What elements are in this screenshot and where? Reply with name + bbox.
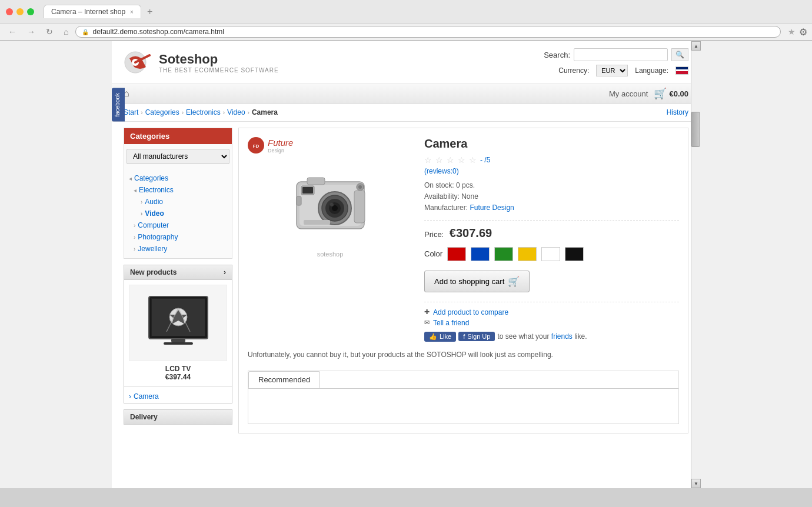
star-1: ☆	[424, 155, 432, 165]
fb-f-icon: f	[463, 333, 465, 340]
search-input[interactable]	[574, 48, 668, 61]
category-item-electronics[interactable]: ◂ Electronics	[124, 184, 232, 196]
page-wrapper: facebook Soteshop THE BEST ECOMMERCE SOF…	[0, 41, 812, 488]
breadcrumb-current: Camera	[252, 108, 278, 116]
breadcrumb-sep-2: ›	[182, 109, 184, 116]
color-swatch-black[interactable]	[565, 247, 584, 261]
category-item-jewellery[interactable]: › Jewellery	[124, 243, 232, 255]
cat-link-categories[interactable]: Categories	[134, 174, 168, 182]
category-item-computer[interactable]: › Computer	[124, 219, 232, 231]
product-notice: Unfortunately, you cannot buy it, but yo…	[248, 342, 679, 365]
color-swatch-red[interactable]	[447, 247, 466, 261]
breadcrumb-sep-3: ›	[223, 109, 225, 116]
add-compare-link[interactable]: ✚ Add product to compare	[424, 308, 679, 316]
cat-link-computer[interactable]: Computer	[138, 221, 169, 229]
color-swatch-white[interactable]	[541, 247, 560, 261]
breadcrumb-electronics[interactable]: Electronics	[186, 108, 221, 116]
category-item-video[interactable]: › Video	[124, 208, 232, 219]
currency-select[interactable]: EUR	[596, 65, 628, 76]
camera-image	[277, 159, 383, 248]
add-to-cart-button[interactable]: Add to shopping cart 🛒	[424, 271, 530, 292]
color-row: Color	[424, 247, 679, 261]
recommended-tab[interactable]: Recommended	[248, 371, 320, 388]
history-link[interactable]: History	[667, 108, 688, 116]
star-3: ☆	[447, 155, 454, 165]
arrow-icon: ›	[141, 199, 142, 205]
settings-icon[interactable]: ⚙	[799, 26, 807, 38]
close-dot[interactable]	[6, 8, 13, 15]
svg-rect-10	[164, 342, 193, 345]
scrollbar-thumb[interactable]	[691, 112, 700, 147]
social-text: to see what your friends like.	[497, 332, 587, 341]
search-button[interactable]: 🔍	[671, 48, 688, 61]
site-name: Soteshop	[159, 52, 279, 67]
stock-info: On stock: 0 pcs.	[424, 180, 679, 191]
logo-area: Soteshop THE BEST ECOMMERCE SOFTWARE	[124, 49, 279, 76]
category-item-audio[interactable]: › Audio	[124, 196, 232, 208]
page-content: facebook Soteshop THE BEST ECOMMERCE SOF…	[112, 41, 700, 488]
tell-friend-link[interactable]: ✉ Tell a friend	[424, 319, 679, 327]
breadcrumb-start[interactable]: Start	[124, 108, 138, 116]
category-item-photography[interactable]: › Photography	[124, 231, 232, 243]
arrow-icon: ›	[134, 246, 135, 252]
forward-button[interactable]: →	[24, 26, 39, 38]
category-item-categories[interactable]: ◂ Categories	[124, 172, 232, 184]
cat-link-video[interactable]: Video	[145, 209, 164, 218]
facebook-sidebar[interactable]: facebook	[112, 88, 125, 122]
recommended-content	[248, 388, 678, 423]
compare-label: Add product to compare	[433, 308, 508, 316]
color-swatch-yellow[interactable]	[518, 247, 537, 261]
manufacturer-info: Manufacturer: Future Design	[424, 202, 679, 214]
add-cart-label: Add to shopping cart	[434, 277, 504, 286]
color-swatch-green[interactable]	[494, 247, 513, 261]
color-swatch-blue[interactable]	[471, 247, 490, 261]
facebook-signup-button[interactable]: f Sign Up	[458, 332, 495, 341]
scrollbar[interactable]: ▲ ▼	[691, 41, 700, 488]
bookmark-icon[interactable]: ★	[788, 27, 796, 36]
sidebar-camera-link[interactable]: › Camera	[129, 389, 227, 401]
product-info: Camera ☆ ☆ ☆ ☆ ☆ - /5 (reviews:0) On sto…	[424, 137, 679, 342]
my-account-link[interactable]: My account	[609, 89, 648, 98]
browser-chrome: Camera – Internet shop × + ← → ↻ ⌂ 🔒 def…	[0, 0, 812, 41]
manufacturer-select[interactable]: All manufacturers	[127, 149, 229, 164]
home-nav-button[interactable]: ⌂	[60, 26, 72, 38]
browser-tab[interactable]: Camera – Internet shop ×	[44, 5, 141, 18]
back-button[interactable]: ←	[5, 26, 20, 38]
new-tab-button[interactable]: +	[147, 6, 152, 17]
scrollbar-up-button[interactable]: ▲	[691, 41, 701, 51]
new-products-title: New products	[130, 268, 177, 276]
social-friends-link[interactable]: friends	[551, 332, 573, 341]
tab-close-button[interactable]: ×	[130, 9, 134, 15]
address-bar[interactable]: 🔒 default2.demo.soteshop.com/camera.html	[75, 26, 781, 38]
facebook-like-button[interactable]: 👍 Like	[424, 332, 456, 342]
star-score[interactable]: - /5	[480, 156, 490, 164]
future-logo-icon: FD	[248, 137, 264, 154]
currency-lang-row: Currency: EUR Language:	[558, 65, 688, 76]
scrollbar-down-button[interactable]: ▼	[691, 479, 701, 488]
breadcrumb-video[interactable]: Video	[227, 108, 245, 116]
price-label: Price:	[424, 230, 444, 239]
site-header: Soteshop THE BEST ECOMMERCE SOFTWARE Sea…	[112, 41, 700, 84]
cart-area[interactable]: 🛒 €0.00	[654, 87, 688, 100]
minimize-dot[interactable]	[16, 8, 24, 15]
watermark: soteshop	[317, 251, 344, 258]
reload-button[interactable]: ↻	[42, 26, 56, 38]
breadcrumb-categories[interactable]: Categories	[145, 108, 179, 116]
site-tagline: THE BEST ECOMMERCE SOFTWARE	[159, 67, 279, 74]
manufacturer-link[interactable]: Future Design	[470, 204, 514, 212]
product-actions: ✚ Add product to compare ✉ Tell a friend…	[424, 302, 679, 342]
new-product-name: LCD TV	[129, 365, 227, 373]
cat-link-jewellery[interactable]: Jewellery	[138, 245, 167, 253]
reviews-link[interactable]: (reviews:0)	[424, 167, 679, 175]
sidebar-categories-section: Categories All manufacturers ◂ Categorie…	[124, 128, 232, 259]
cat-link-audio[interactable]: Audio	[145, 198, 163, 206]
header-right: Search: 🔍 Currency: EUR Language:	[544, 48, 688, 76]
breadcrumb-left: Start › Categories › Electronics › Video…	[124, 108, 278, 116]
maximize-dot[interactable]	[27, 8, 34, 15]
cat-link-electronics[interactable]: Electronics	[139, 186, 174, 194]
cat-link-photography[interactable]: Photography	[138, 233, 178, 241]
svg-rect-26	[354, 191, 365, 223]
breadcrumb: Start › Categories › Electronics › Video…	[112, 104, 700, 122]
logo-icon	[124, 49, 153, 76]
flag-icon	[675, 66, 688, 75]
